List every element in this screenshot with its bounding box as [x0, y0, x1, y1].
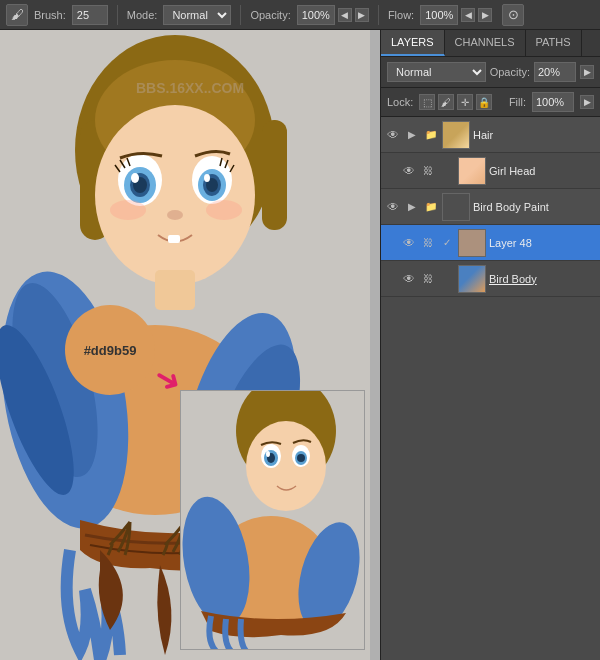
- svg-point-25: [206, 200, 242, 220]
- link-icon-birdbody: ⛓: [420, 271, 436, 287]
- layer-row-hair[interactable]: 👁 ▶ 📁 Hair: [381, 117, 600, 153]
- svg-point-21: [204, 174, 210, 182]
- toolbar: 🖌 Brush: 25 Mode: Normal Multiply Screen…: [0, 0, 600, 30]
- svg-rect-23: [168, 235, 180, 243]
- sep2: [240, 5, 241, 25]
- fill-arr[interactable]: ▶: [580, 95, 594, 109]
- blend-opacity-row: Normal Multiply Screen Overlay Opacity: …: [381, 57, 600, 88]
- layer-row-layer48[interactable]: 👁 ⛓ ✓ Layer 48: [381, 225, 600, 261]
- lock-position-icon[interactable]: ✛: [457, 94, 473, 110]
- svg-point-24: [110, 200, 146, 220]
- svg-point-22: [167, 210, 183, 220]
- sep1: [117, 5, 118, 25]
- blend-mode-select[interactable]: Normal Multiply Screen Overlay: [387, 62, 486, 82]
- flow-control: 100% ◀ ▶: [420, 5, 492, 25]
- layer-thumb-hair: [442, 121, 470, 149]
- lock-transparent-icon[interactable]: ⬚: [419, 94, 435, 110]
- opacity-value[interactable]: 100%: [297, 5, 335, 25]
- lock-fill-row: Lock: ⬚ 🖌 ✛ 🔒 Fill: 100% ▶: [381, 88, 600, 117]
- panel-opacity-value[interactable]: 20%: [534, 62, 576, 82]
- canvas-area[interactable]: BBS.16XX..COM: [0, 30, 380, 660]
- layer-thumb-birdbodypaint: [442, 193, 470, 221]
- layers-panel: LAYERS CHANNELS PATHS Normal Multiply Sc…: [380, 30, 600, 660]
- eye-icon-birdbody[interactable]: 👁: [401, 271, 417, 287]
- folder-icon-hair: 📁: [423, 127, 439, 143]
- opacity-control: 100% ◀ ▶: [297, 5, 369, 25]
- tab-layers[interactable]: LAYERS: [381, 30, 445, 56]
- layers-list: 👁 ▶ 📁 Hair 👁 ⛓ Girl Head 👁: [381, 117, 600, 660]
- opacity-label: Opacity:: [490, 66, 530, 78]
- opacity-label: Opacity:: [250, 9, 290, 21]
- watermark: BBS.16XX..COM: [136, 80, 244, 96]
- layer-row-birdbodypaint[interactable]: 👁 ▶ 📁 Bird Body Paint: [381, 189, 600, 225]
- link-icon-girlhead: ⛓: [420, 163, 436, 179]
- lock-all-icon[interactable]: 🔒: [476, 94, 492, 110]
- layer-row-birdbody[interactable]: 👁 ⛓ Bird Body: [381, 261, 600, 297]
- svg-point-11: [95, 105, 255, 285]
- svg-rect-26: [155, 270, 195, 310]
- brush-tool-icon[interactable]: 🖌: [6, 4, 28, 26]
- selected-icon-layer48: ✓: [439, 235, 455, 251]
- link-icon-layer48: ⛓: [420, 235, 436, 251]
- folder-icon-birdbodypaint: 📁: [423, 199, 439, 215]
- layer-thumb-girlhead: [458, 157, 486, 185]
- lock-icons-group: ⬚ 🖌 ✛ 🔒: [419, 94, 492, 110]
- flow-arr-right[interactable]: ▶: [478, 8, 492, 22]
- svg-point-33: [266, 451, 270, 457]
- layer-name-birdbodypaint: Bird Body Paint: [473, 201, 596, 213]
- layer-name-layer48: Layer 48: [489, 237, 596, 249]
- airbrush-icon[interactable]: ⊙: [502, 4, 524, 26]
- layer-name-hair: Hair: [473, 129, 596, 141]
- svg-point-36: [297, 454, 305, 462]
- tab-paths[interactable]: PATHS: [526, 30, 582, 56]
- brush-label: Brush:: [34, 9, 66, 21]
- mode-label: Mode:: [127, 9, 158, 21]
- panel-tabs: LAYERS CHANNELS PATHS: [381, 30, 600, 57]
- brush-size-value[interactable]: 25: [72, 5, 108, 25]
- layer-thumb-birdbody: [458, 265, 486, 293]
- eye-icon-hair[interactable]: 👁: [385, 127, 401, 143]
- lock-paint-icon[interactable]: 🖌: [438, 94, 454, 110]
- layer-row-girlhead[interactable]: 👁 ⛓ Girl Head: [381, 153, 600, 189]
- preview-thumbnail: [180, 390, 365, 650]
- blank-icon-birdbody: [439, 271, 455, 287]
- svg-point-16: [131, 173, 139, 183]
- opacity-arr-left[interactable]: ◀: [338, 8, 352, 22]
- layer-thumb-layer48: [458, 229, 486, 257]
- flow-value[interactable]: 100%: [420, 5, 458, 25]
- eye-icon-layer48[interactable]: 👁: [401, 235, 417, 251]
- svg-rect-9: [262, 120, 287, 230]
- folder-icon-girlhead: [439, 163, 455, 179]
- fill-value[interactable]: 100%: [532, 92, 574, 112]
- link-icon-hair: ▶: [404, 127, 420, 143]
- panel-opacity-arr[interactable]: ▶: [580, 65, 594, 79]
- opacity-arr-right[interactable]: ▶: [355, 8, 369, 22]
- eye-icon-girlhead[interactable]: 👁: [401, 163, 417, 179]
- svg-point-29: [246, 421, 326, 511]
- sep3: [378, 5, 379, 25]
- main-area: BBS.16XX..COM: [0, 30, 600, 660]
- layer-name-girlhead: Girl Head: [489, 165, 596, 177]
- flow-arr-left[interactable]: ◀: [461, 8, 475, 22]
- color-annotation-circle: #dd9b59: [65, 305, 155, 395]
- tab-channels[interactable]: CHANNELS: [445, 30, 526, 56]
- layer-name-birdbody: Bird Body: [489, 273, 596, 285]
- link-icon-birdbodypaint: ▶: [404, 199, 420, 215]
- mode-select[interactable]: Normal Multiply Screen: [163, 5, 231, 25]
- flow-label: Flow:: [388, 9, 414, 21]
- lock-label: Lock:: [387, 96, 413, 108]
- fill-label: Fill:: [509, 96, 526, 108]
- eye-icon-birdbodypaint[interactable]: 👁: [385, 199, 401, 215]
